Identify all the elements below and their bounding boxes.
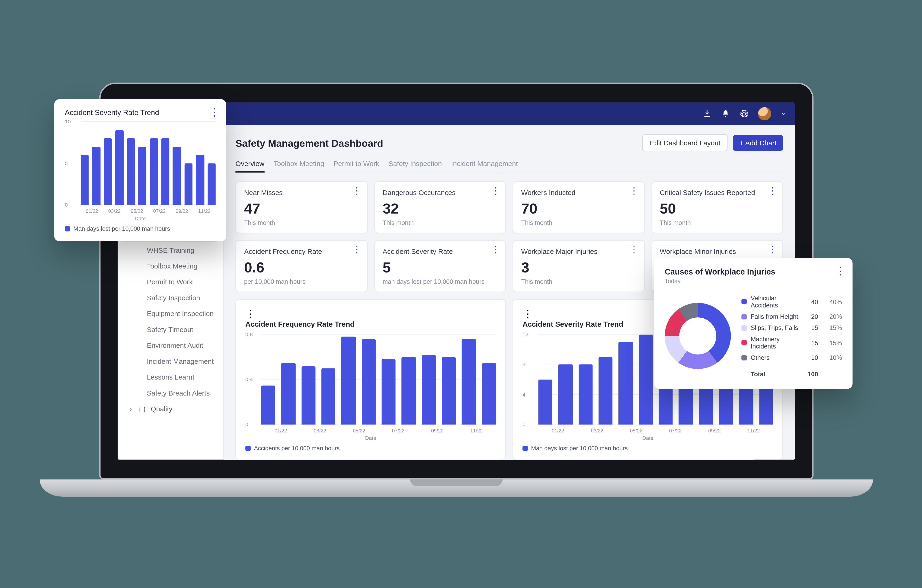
add-chart-button[interactable]: + Add Chart bbox=[733, 135, 783, 151]
sidebar-subitem-environment-audit[interactable]: Environment Audit bbox=[118, 337, 223, 353]
chevron-down-icon[interactable] bbox=[781, 110, 787, 117]
legend-swatch bbox=[741, 325, 747, 330]
legend-total-label: Total bbox=[750, 370, 799, 377]
sidebar-subitem-whse-training[interactable]: WHSE Training bbox=[118, 242, 223, 258]
chart-subtitle: Today bbox=[665, 278, 842, 284]
kpi-card: ⋮ Accident Severity Rate 5 man days lost… bbox=[374, 240, 506, 292]
card-menu-icon[interactable]: ⋮ bbox=[768, 187, 777, 194]
kpi-label: Near Misses bbox=[244, 188, 359, 196]
bar bbox=[422, 355, 436, 425]
legend-percent: 10% bbox=[822, 354, 842, 361]
kpi-value: 5 bbox=[383, 259, 497, 276]
tab-permit-to-work[interactable]: Permit to Work bbox=[333, 155, 379, 173]
chart-title: Causes of Workplace Injuries bbox=[665, 267, 842, 276]
sidebar-subitem-safety-timeout[interactable]: Safety Timeout bbox=[118, 321, 223, 337]
card-menu-icon[interactable]: ⋮ bbox=[768, 246, 777, 253]
tab-overview[interactable]: Overview bbox=[235, 155, 264, 173]
bar bbox=[342, 337, 356, 425]
bar bbox=[184, 163, 193, 205]
sidebar-subitem-safety-breach-alerts[interactable]: Safety Breach Alerts bbox=[118, 385, 223, 401]
chart-menu-icon[interactable]: ⋮ bbox=[245, 307, 496, 320]
card-menu-icon[interactable]: ⋮ bbox=[352, 187, 361, 194]
bar bbox=[558, 365, 572, 425]
legend-label: Slips, Trips, Falls bbox=[750, 324, 799, 332]
kpi-sub: man days lost per 10,000 man hours bbox=[383, 278, 497, 285]
chart-title: Accident Frequency Rate Trend bbox=[245, 320, 496, 328]
user-avatar[interactable] bbox=[758, 107, 771, 120]
legend-swatch bbox=[741, 299, 747, 304]
card-menu-icon[interactable]: ⋮ bbox=[629, 187, 639, 194]
bar bbox=[173, 147, 181, 205]
x-axis-label: Date bbox=[245, 435, 496, 441]
bar bbox=[361, 339, 376, 425]
donut-chart bbox=[665, 303, 731, 369]
donut-legend: Vehicular Accidents 40 40% Falls from He… bbox=[741, 292, 842, 379]
card-menu-icon[interactable]: ⋮ bbox=[629, 246, 639, 253]
kpi-card: ⋮ Workers Inducted 70 This month bbox=[512, 181, 644, 234]
bar bbox=[321, 368, 335, 425]
kpi-sub: This month bbox=[521, 278, 636, 285]
overlay-severity-chart: ⋮ Accident Severity Rate Trend 051001/22… bbox=[54, 99, 226, 242]
card-menu-icon[interactable]: ⋮ bbox=[491, 187, 500, 194]
download-icon[interactable] bbox=[702, 109, 712, 119]
bar bbox=[442, 357, 456, 425]
bar bbox=[402, 357, 416, 425]
legend-total-value: 100 bbox=[804, 370, 818, 377]
legend-row: Vehicular Accidents 40 40% bbox=[741, 292, 842, 311]
legend-count: 15 bbox=[804, 324, 818, 332]
tab-toolbox-meeting[interactable]: Toolbox Meeting bbox=[274, 155, 324, 173]
sidebar-item-label: Quality bbox=[151, 405, 172, 413]
page-title: Safety Management Dashboard bbox=[235, 137, 383, 149]
chart-menu-icon[interactable]: ⋮ bbox=[835, 265, 846, 277]
chart-legend: Man days lost per 10,000 man hours bbox=[522, 445, 773, 452]
kpi-label: Workers Inducted bbox=[521, 188, 636, 196]
legend-row: Machinery Incidents 15 15% bbox=[741, 333, 842, 352]
sidebar-subitem-incident-management[interactable]: Incident Management bbox=[118, 353, 223, 369]
bar bbox=[598, 357, 613, 425]
sidebar-subitem-lessons-learnt[interactable]: Lessons Learnt bbox=[118, 369, 223, 385]
edit-layout-button[interactable]: Edit Dashboard Layout bbox=[642, 134, 727, 152]
bar bbox=[262, 385, 275, 425]
sidebar-item-quality[interactable]: › ▢ Quality bbox=[118, 401, 223, 416]
kpi-value: 47 bbox=[244, 200, 359, 217]
bar bbox=[482, 363, 496, 425]
kpi-label: Dangerous Occurances bbox=[383, 188, 497, 196]
tab-safety-inspection[interactable]: Safety Inspection bbox=[389, 155, 442, 173]
tab-incident-management[interactable]: Incident Management bbox=[451, 155, 518, 173]
bar bbox=[127, 139, 135, 205]
legend-swatch bbox=[741, 314, 747, 319]
bar bbox=[81, 155, 89, 205]
chart-menu-icon[interactable]: ⋮ bbox=[209, 106, 220, 119]
dashboard-tabs: OverviewToolbox MeetingPermit to WorkSaf… bbox=[235, 155, 783, 173]
legend-percent: 15% bbox=[822, 324, 842, 332]
kpi-card: ⋮ Near Misses 47 This month bbox=[235, 181, 367, 234]
legend-row: Falls from Height 20 20% bbox=[741, 311, 842, 322]
kpi-value: 50 bbox=[660, 200, 775, 217]
bar bbox=[579, 365, 593, 425]
kpi-value: 32 bbox=[383, 200, 497, 217]
kpi-card: ⋮ Dangerous Occurances 32 This month bbox=[374, 181, 506, 234]
sidebar-subitem-safety-inspection[interactable]: Safety Inspection bbox=[118, 289, 223, 305]
bar bbox=[162, 139, 170, 205]
kpi-label: Workplace Minor Injuries bbox=[660, 247, 775, 255]
sidebar-subitem-permit-to-work[interactable]: Permit to Work bbox=[118, 274, 223, 289]
legend-percent: 40% bbox=[822, 298, 842, 305]
legend-count: 10 bbox=[804, 354, 818, 361]
sidebar-subitem-toolbox-meeting[interactable]: Toolbox Meeting bbox=[118, 258, 223, 274]
kpi-label: Accident Severity Rate bbox=[383, 247, 497, 255]
bar bbox=[301, 366, 316, 425]
bar bbox=[196, 155, 204, 205]
kpi-sub: This month bbox=[383, 219, 497, 226]
card-menu-icon[interactable]: ⋮ bbox=[352, 246, 361, 253]
sidebar-subitem-equipment-inspection[interactable]: Equipment Inspection bbox=[118, 305, 223, 321]
gear-icon[interactable] bbox=[739, 109, 749, 119]
legend-label: Falls from Height bbox=[750, 313, 799, 320]
laptop-base bbox=[40, 480, 873, 497]
x-axis-label: Date bbox=[522, 435, 773, 441]
chart-title: Accident Severity Rate Trend bbox=[65, 108, 216, 116]
module-icon: ▢ bbox=[139, 405, 147, 413]
legend-percent: 20% bbox=[822, 313, 842, 320]
bell-icon[interactable] bbox=[721, 109, 730, 119]
card-menu-icon[interactable]: ⋮ bbox=[491, 246, 500, 253]
bar bbox=[150, 139, 158, 205]
